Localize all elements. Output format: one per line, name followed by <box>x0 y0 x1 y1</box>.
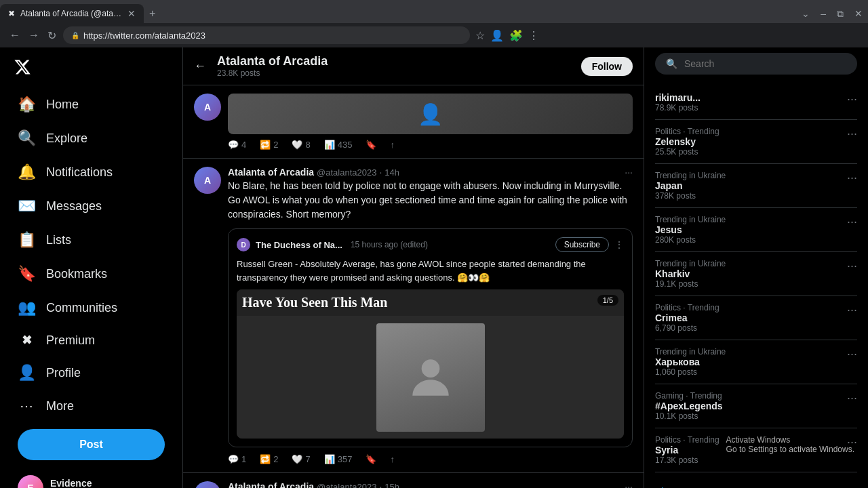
home-label: Home <box>46 98 79 112</box>
trending-item-6[interactable]: ··· Trending in Ukraine Харькова 1,060 p… <box>655 340 857 384</box>
tab-dropdown[interactable]: ⌄ <box>796 8 815 19</box>
sidebar: 🏠 Home 🔍 Explore 🔔 Notifications ✉️ Mess… <box>0 47 183 488</box>
notifications-label: Notifications <box>46 165 113 180</box>
trending-item-0[interactable]: ··· rikimaru... 78.9K posts <box>655 85 857 120</box>
like-btn[interactable]: 🤍 7 <box>292 454 310 464</box>
new-tab-btn[interactable]: + <box>144 7 161 20</box>
profile-display-name: Atalanta of Arcadia <box>217 54 328 68</box>
like-action[interactable]: 🤍 8 <box>292 140 310 150</box>
toolbar-right: ☆ 👤 🧩 ⋮ <box>475 29 539 42</box>
tweet-main-body: Atalanta of Arcadia @atalanta2023 · 14h … <box>228 167 633 464</box>
tab-close-btn[interactable]: ✕ <box>127 8 136 19</box>
trending-item-8[interactable]: ··· Politics · Trending Syria 17.3K post… <box>655 428 857 472</box>
trending-more-8[interactable]: ··· <box>847 435 857 449</box>
quoted-more-btn[interactable]: ⋮ <box>614 239 624 250</box>
retweet-btn[interactable]: 🔁 2 <box>260 454 278 464</box>
reply-btn[interactable]: 💬 1 <box>228 454 246 464</box>
sidebar-item-messages[interactable]: ✉️ Messages <box>8 190 174 222</box>
retweet-icon: 🔁 <box>260 454 271 464</box>
sidebar-item-home[interactable]: 🏠 Home <box>8 89 174 120</box>
sidebar-item-lists[interactable]: 📋 Lists <box>8 224 174 256</box>
show-more-btn[interactable]: Show more <box>655 478 857 488</box>
minimize-btn[interactable]: – <box>815 8 831 19</box>
tweet-main-header: Atalanta of Arcadia @atalanta2023 · 14h … <box>228 167 633 178</box>
retweet-action[interactable]: 🔁 2 <box>260 140 278 150</box>
reply-action[interactable]: 💬 4 <box>228 140 246 150</box>
sidebar-item-bookmarks[interactable]: 🔖 Bookmarks <box>8 258 174 289</box>
views-btn[interactable]: 📊 357 <box>324 454 353 464</box>
sidebar-item-premium[interactable]: ✖ Premium <box>8 326 174 354</box>
tweet-third-more-btn[interactable]: ··· <box>625 481 633 488</box>
subscribe-btn[interactable]: Subscribe <box>555 237 609 252</box>
trending-posts-2: 378K posts <box>655 191 857 201</box>
image-title-text: Have You Seen This Man <box>242 295 387 310</box>
sidebar-user[interactable]: E Evidence @Evidence445705 ··· <box>8 468 174 488</box>
communities-label: Communities <box>46 301 117 315</box>
forward-btn[interactable]: → <box>27 28 41 43</box>
trending-cat-5: Politics · Trending <box>655 303 857 312</box>
bookmark-icon: 🔖 <box>366 454 376 464</box>
extension-icon[interactable]: 🧩 <box>509 29 523 42</box>
trending-more-1[interactable]: ··· <box>847 127 857 141</box>
bookmarks-icon: 🔖 <box>18 265 35 283</box>
trending-name-4: Kharkiv <box>655 268 857 279</box>
share-btn[interactable]: ↑ <box>390 454 395 464</box>
sidebar-item-explore[interactable]: 🔍 Explore <box>8 123 174 154</box>
share-action[interactable]: ↑ <box>390 140 395 150</box>
person-photo <box>237 316 624 439</box>
back-btn[interactable]: ← <box>8 28 22 43</box>
menu-icon[interactable]: ⋮ <box>528 29 539 42</box>
sidebar-item-communities[interactable]: 👥 Communities <box>8 292 174 323</box>
search-input[interactable] <box>684 58 846 69</box>
trending-item-3[interactable]: ··· Trending in Ukraine Jesus 280K posts <box>655 208 857 252</box>
profile-icon[interactable]: 👤 <box>490 29 504 42</box>
active-tab[interactable]: ✖ Atalanta of Arcadia (@atalanta... ✕ <box>0 4 144 23</box>
trending-item-1[interactable]: ··· Politics · Trending Zelensky 25.5K p… <box>655 120 857 164</box>
x-logo[interactable] <box>8 53 174 83</box>
trending-posts-7: 10.1K posts <box>655 411 857 421</box>
back-arrow-btn[interactable]: ← <box>194 59 206 73</box>
home-icon: 🏠 <box>18 96 35 113</box>
trending-more-4[interactable]: ··· <box>847 259 857 273</box>
tweet-third-avatar: A <box>194 481 221 488</box>
trending-more-0[interactable]: ··· <box>847 92 857 106</box>
search-box[interactable]: 🔍 <box>655 53 857 75</box>
views-action[interactable]: 📊 435 <box>324 140 353 150</box>
views-icon: 📊 <box>324 140 335 150</box>
trending-cat-3: Trending in Ukraine <box>655 215 857 224</box>
trending-name-7: #ApexLegends <box>655 401 857 411</box>
address-bar[interactable]: 🔒 https://twitter.com/atalanta2023 <box>63 26 470 44</box>
follow-button[interactable]: Follow <box>581 57 633 76</box>
browser-toolbar: ← → ↻ 🔒 https://twitter.com/atalanta2023… <box>0 23 868 47</box>
close-window-btn[interactable]: ✕ <box>849 8 868 19</box>
user-more-icon[interactable]: ··· <box>157 483 165 488</box>
trending-item-4[interactable]: ··· Trending in Ukraine Kharkiv 19.1K po… <box>655 252 857 296</box>
sidebar-item-notifications[interactable]: 🔔 Notifications <box>8 157 174 188</box>
tweet-more-btn[interactable]: ··· <box>625 167 633 178</box>
bookmark-star-icon[interactable]: ☆ <box>475 29 485 42</box>
bookmark-btn[interactable]: 🔖 <box>366 454 376 464</box>
sidebar-item-profile[interactable]: 👤 Profile <box>8 357 174 388</box>
bookmark-tweet-action[interactable]: 🔖 <box>366 140 376 150</box>
trending-item-2[interactable]: ··· Trending in Ukraine Japan 378K posts <box>655 164 857 208</box>
trending-name-3: Jesus <box>655 224 857 235</box>
trending-more-5[interactable]: ··· <box>847 303 857 317</box>
trending-more-3[interactable]: ··· <box>847 215 857 229</box>
tweet-body-partial: 👤 💬 4 🔁 2 🤍 8 <box>228 94 633 150</box>
sidebar-item-more[interactable]: ⋯ More <box>8 391 174 421</box>
trending-item-5[interactable]: ··· Politics · Trending Crimea 6,790 pos… <box>655 296 857 340</box>
trending-more-6[interactable]: ··· <box>847 347 857 361</box>
post-button[interactable]: Post <box>18 429 165 460</box>
trending-name-0: rikimaru... <box>655 92 857 103</box>
tweet-main-avatar: A <box>194 167 221 194</box>
trending-item-7[interactable]: ··· Gaming · Trending #ApexLegends 10.1K… <box>655 384 857 428</box>
trending-more-7[interactable]: ··· <box>847 391 857 405</box>
tweet-actions-partial: 💬 4 🔁 2 🤍 8 📊 435 <box>228 140 633 150</box>
trending-name-5: Crimea <box>655 312 857 323</box>
retweet-count: 2 <box>273 454 278 464</box>
refresh-btn[interactable]: ↻ <box>46 28 58 43</box>
svg-point-0 <box>421 359 439 378</box>
restore-btn[interactable]: ⧉ <box>831 8 849 20</box>
trending-more-2[interactable]: ··· <box>847 171 857 185</box>
bookmark-icon: 🔖 <box>366 140 376 150</box>
